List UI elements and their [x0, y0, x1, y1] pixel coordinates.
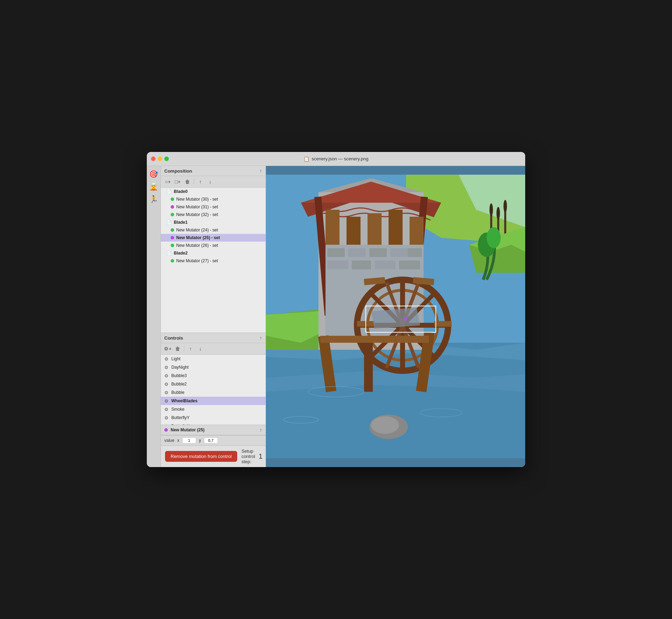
gear-icon: ⚙ — [164, 373, 169, 378]
bubble-label: Bubble — [171, 390, 184, 395]
y-label: y — [199, 438, 201, 443]
mutator-row: New Mutator (25) ↑ — [161, 425, 266, 435]
value-label: value — [164, 438, 174, 443]
mutator-name: New Mutator (25) — [171, 427, 257, 432]
maximize-button[interactable] — [164, 157, 169, 161]
title-icon: 📋 — [303, 156, 309, 162]
control-item-smoke[interactable]: ⚙ Smoke — [161, 405, 266, 413]
blade2-label: Blade2 — [174, 251, 187, 256]
bottom-bar: Remove mutation from control Setup contr… — [161, 445, 266, 467]
tree-item-blade1[interactable]: 📄 Blade1 — [161, 218, 266, 226]
gear-icon: ⚙ — [164, 415, 169, 420]
tree-item-mutator30[interactable]: New Mutator (30) - set — [161, 195, 266, 203]
mutator30-label: New Mutator (30) - set — [176, 197, 218, 202]
tree-item-mutator31[interactable]: New Mutator (31) - set — [161, 203, 266, 211]
gear-icon: ⚙ — [164, 398, 169, 404]
controls-delete-button[interactable]: 🗑 — [173, 345, 182, 353]
mutator-arrow[interactable]: ↑ — [260, 427, 262, 433]
light-label: Light — [171, 356, 180, 361]
tree-item-blade2[interactable]: 📄 Blade2 — [161, 249, 266, 257]
tree-item-mutator32[interactable]: New Mutator (32) - set — [161, 211, 266, 218]
controls-down-button[interactable]: ↓ — [196, 345, 205, 353]
gear-add-button[interactable]: ⚙+ — [164, 345, 172, 353]
rail-icon-animation[interactable]: 🏃 — [149, 194, 159, 204]
move-down-button[interactable]: ↓ — [206, 178, 214, 186]
svg-point-56 — [404, 317, 407, 321]
minimize-button[interactable] — [158, 157, 162, 161]
svg-rect-30 — [369, 248, 387, 257]
control-item-bubble2[interactable]: ⚙ Bubble2 — [161, 380, 266, 388]
daynight-label: DayNight — [171, 365, 188, 370]
composition-tree[interactable]: 📄 Blade0 New Mutator (30) - set New Muta… — [161, 188, 266, 333]
svg-rect-32 — [408, 248, 422, 257]
rail-icon-target[interactable]: 🎯 — [149, 169, 159, 179]
scene-canvas[interactable] — [266, 166, 525, 467]
bubble2-label: Bubble2 — [171, 382, 187, 387]
controls-list[interactable]: ⚙ Light ⚙ DayNight ⚙ Bubble3 ⚙ Bubble2 — [161, 355, 266, 425]
green-dot — [171, 197, 174, 201]
delete-button[interactable]: 🗑 — [183, 178, 192, 186]
tree-item-blade0[interactable]: 📄 Blade0 — [161, 188, 266, 195]
toolbar-separator — [194, 179, 194, 185]
control-item-wheelblades[interactable]: ⚙ WheelBlades — [161, 397, 266, 405]
svg-rect-49 — [434, 321, 452, 327]
tree-item-mutator26[interactable]: New Mutator (26) - set — [161, 242, 266, 249]
blade0-label: Blade0 — [174, 189, 187, 194]
tree-item-mutator24[interactable]: New Mutator (24) - set — [161, 226, 266, 234]
titlebar: 📋 scenery.json — scenery.png — [147, 152, 525, 166]
composition-toolbar: ○+ □+ 🗑 ↑ ↓ — [161, 176, 266, 188]
step-1[interactable]: 1 — [259, 452, 262, 460]
mutator24-label: New Mutator (24) - set — [176, 228, 218, 232]
tree-item-mutator25[interactable]: New Mutator (25) - set — [161, 234, 266, 242]
composition-title: Composition — [164, 168, 192, 174]
controls-header: Controls ↑ — [161, 333, 266, 343]
close-button[interactable] — [151, 157, 156, 161]
remove-mutation-button[interactable]: Remove mutation from control — [165, 451, 237, 462]
rail-icon-character[interactable]: 🧝 — [149, 181, 159, 192]
smoke-label: Smoke — [171, 407, 184, 412]
control-item-butterflyx[interactable]: ⚙ ButterflyY — [161, 413, 266, 422]
canvas-area[interactable] — [266, 166, 525, 467]
control-item-light[interactable]: ⚙ Light — [161, 355, 266, 363]
svg-point-60 — [487, 227, 501, 248]
bubble3-label: Bubble3 — [171, 373, 187, 378]
move-up-button[interactable]: ↑ — [196, 178, 205, 186]
wheelblades-label: WheelBlades — [171, 398, 198, 403]
gear-icon: ⚙ — [164, 356, 169, 362]
main-content: 🎯 🧝 🏃 Composition ↑ ○+ □+ 🗑 ↑ ↓ — [147, 166, 525, 467]
composition-arrow[interactable]: ↑ — [260, 168, 262, 174]
gear-icon: ⚙ — [164, 382, 169, 387]
composition-header: Composition ↑ — [161, 166, 266, 176]
controls-arrow[interactable]: ↑ — [260, 335, 262, 341]
svg-point-6 — [489, 203, 493, 216]
titlebar-title: 📋 scenery.json — scenery.png — [303, 156, 368, 162]
control-item-bubble[interactable]: ⚙ Bubble — [161, 388, 266, 397]
tree-item-mutator27[interactable]: New Mutator (27) - set — [161, 257, 266, 265]
rect-add-button[interactable]: □+ — [173, 178, 182, 186]
svg-rect-35 — [375, 260, 396, 269]
svg-marker-50 — [371, 308, 420, 329]
traffic-lights — [151, 157, 169, 161]
icon-rail: 🎯 🧝 🏃 — [147, 166, 161, 467]
circle-add-button[interactable]: ○+ — [164, 178, 172, 186]
svg-rect-29 — [348, 248, 366, 257]
green-dot — [171, 244, 174, 247]
svg-rect-53 — [364, 339, 373, 392]
x-value-input[interactable] — [182, 437, 196, 444]
control-item-bubble3[interactable]: ⚙ Bubble3 — [161, 371, 266, 380]
blade1-label: Blade1 — [174, 220, 187, 225]
y-value-input[interactable] — [204, 437, 218, 444]
mutator25-label: New Mutator (25) - set — [176, 235, 220, 240]
svg-rect-33 — [327, 260, 348, 269]
green-dot — [171, 213, 174, 216]
value-row: value x y — [161, 435, 266, 445]
purple-dot — [171, 205, 174, 209]
control-item-butterflyy[interactable]: ⚙ ButterflyX — [161, 422, 266, 425]
control-item-daynight[interactable]: ⚙ DayNight — [161, 363, 266, 371]
composition-section: Composition ↑ ○+ □+ 🗑 ↑ ↓ 📄 Blade0 — [161, 166, 266, 333]
svg-rect-54 — [320, 336, 429, 343]
svg-point-58 — [371, 416, 399, 434]
mutator26-label: New Mutator (26) - set — [176, 243, 218, 248]
controls-up-button[interactable]: ↑ — [186, 345, 195, 353]
green-dot — [171, 259, 174, 263]
